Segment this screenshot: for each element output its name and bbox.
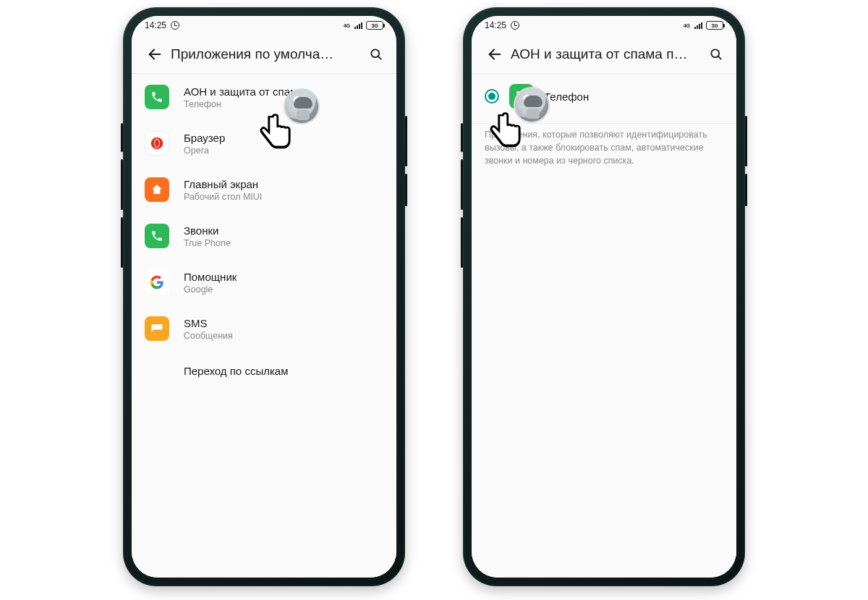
list-item-title: SMS [184, 317, 233, 329]
search-button[interactable] [363, 41, 389, 67]
sms-app-icon [145, 316, 169, 341]
default-app-browser[interactable]: Браузер Opera [132, 120, 396, 166]
radio-selected-icon [485, 89, 499, 103]
default-app-caller-id[interactable]: АОН и защита от спама Телефон [132, 74, 396, 120]
calls-app-icon [145, 224, 169, 248]
list-item-sub: Рабочий стол MIUI [184, 192, 262, 202]
arrow-left-icon [147, 46, 163, 62]
search-icon [369, 47, 383, 62]
app-header: АОН и защита от спама п… [472, 35, 736, 74]
arrow-left-icon [487, 46, 503, 62]
phone-left: 14:25 4G 30 Приложения по умолча… [123, 7, 405, 586]
status-bar: 14:25 4G 30 [132, 16, 396, 35]
setting-description: Приложения, которые позволяют идентифици… [472, 123, 736, 176]
svg-line-8 [718, 56, 721, 59]
default-app-sms[interactable]: SMS Сообщения [132, 305, 396, 352]
screen-default-apps: 14:25 4G 30 Приложения по умолча… [132, 16, 396, 578]
status-time: 14:25 [145, 20, 166, 30]
default-app-home[interactable]: Главный экран Рабочий стол MIUI [132, 166, 396, 213]
back-button[interactable] [142, 41, 168, 67]
list-item-title: Помощник [184, 271, 237, 283]
search-button[interactable] [703, 41, 729, 67]
list-item-sub: Телефон [184, 99, 304, 109]
alarm-icon [171, 21, 179, 30]
list-item-sub: Сообщения [184, 331, 233, 341]
back-button[interactable] [482, 41, 508, 67]
signal-icon [694, 22, 702, 29]
list-item-title: Браузер [184, 132, 225, 144]
alarm-icon [511, 21, 519, 30]
svg-line-2 [378, 56, 381, 59]
app-picker: Телефон Приложения, которые позволяют ид… [472, 74, 736, 578]
page-title: АОН и защита от спама п… [508, 46, 703, 62]
app-header: Приложения по умолча… [132, 35, 396, 74]
default-app-assistant[interactable]: Помощник Google [132, 259, 396, 305]
list-item-sub: Google [184, 284, 237, 295]
default-app-calls[interactable]: Звонки True Phone [132, 213, 396, 259]
status-time: 14:25 [485, 20, 506, 30]
list-item-title: АОН и защита от спама [184, 85, 304, 98]
home-app-icon [145, 177, 169, 202]
status-bar: 14:25 4G 30 [472, 16, 736, 35]
default-apps-list[interactable]: АОН и защита от спама Телефон Браузер Op… [132, 74, 396, 578]
battery-icon: 30 [366, 21, 383, 30]
phone-app-icon [509, 84, 534, 109]
screen-caller-id-picker: 14:25 4G 30 АОН и защита от спама п… [472, 16, 736, 578]
page-title: Приложения по умолча… [168, 46, 363, 62]
network-label: 4G [684, 23, 690, 28]
svg-point-5 [155, 140, 159, 148]
phone-right: 14:25 4G 30 АОН и защита от спама п… [463, 7, 745, 586]
app-option-phone[interactable]: Телефон [472, 74, 736, 119]
list-item-sub: Opera [184, 145, 225, 156]
opera-app-icon [145, 131, 169, 156]
phone-app-icon [145, 85, 169, 109]
opening-links-row[interactable]: Переход по ссылкам [132, 352, 396, 390]
app-option-label: Телефон [544, 90, 589, 103]
search-icon [709, 47, 723, 62]
list-item-sub: True Phone [184, 238, 231, 248]
signal-icon [354, 22, 362, 29]
google-app-icon [145, 270, 169, 295]
list-item-title: Главный экран [184, 178, 262, 190]
list-item-title: Звонки [184, 224, 231, 237]
network-label: 4G [344, 23, 350, 28]
battery-icon: 30 [706, 21, 723, 30]
